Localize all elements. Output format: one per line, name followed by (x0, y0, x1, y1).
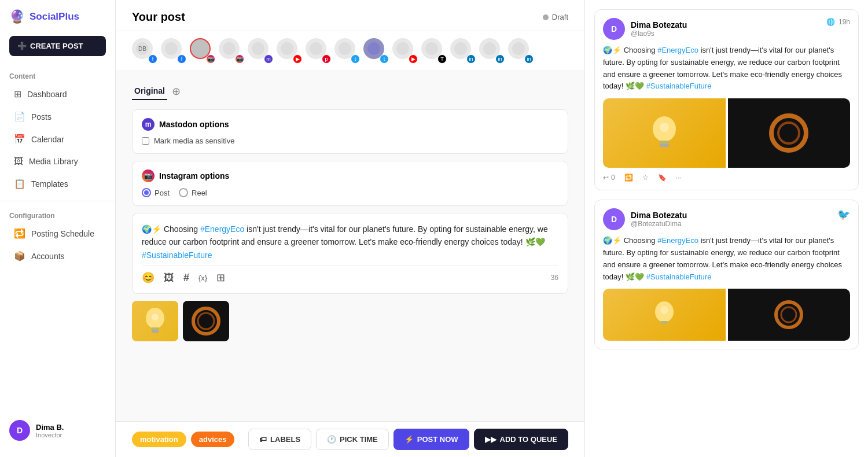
bottom-bar: motivation advices 🏷 LABELS 🕐 PICK TIME … (116, 421, 584, 457)
tab-original[interactable]: Original (132, 83, 167, 100)
configuration-section-label: Configuration (0, 207, 115, 222)
page-title: Your post (132, 10, 185, 24)
account-avatar-twitter-2[interactable]: t (363, 38, 389, 64)
retweet-action[interactable]: 🔁 (624, 174, 633, 182)
logo-icon: 🔮 (9, 9, 25, 24)
platform-badge: t (380, 54, 389, 64)
reply-icon: ↩ (603, 174, 609, 182)
instagram-platform-icon: 📷 (142, 169, 155, 182)
svg-text:DB: DB (138, 46, 146, 52)
account-avatar-fb-2[interactable]: f (161, 38, 186, 64)
hashtag-button[interactable]: # (183, 272, 189, 284)
reel-radio[interactable] (179, 188, 188, 197)
labels-button[interactable]: 🏷 LABELS (248, 429, 311, 450)
twitter-user-text: Dima Botezatu @BotezatuDima (631, 211, 687, 228)
post-toolbar: 😊 🖼 # {x} ⊞ 36 (142, 265, 558, 284)
sidebar-item-posts[interactable]: 📄 Posts (5, 105, 111, 128)
calendar-icon: 📅 (14, 134, 25, 145)
sidebar-item-templates[interactable]: 📋 Templates (5, 172, 111, 195)
account-avatar-tiktok[interactable]: T (421, 38, 447, 64)
twitter-preview-card: D Dima Botezatu @BotezatuDima 🐦 🌍⚡ Choos… (594, 200, 859, 349)
dashboard-icon: ⊞ (14, 89, 21, 99)
emoji-picker-button[interactable]: 😊 (142, 271, 155, 284)
media-thumb-bulb[interactable] (132, 301, 178, 341)
twitter-preview-header: D Dima Botezatu @BotezatuDima 🐦 (603, 208, 850, 230)
tag-motivation[interactable]: motivation (132, 432, 186, 447)
add-tab-button[interactable]: ⊕ (172, 85, 181, 98)
post-hashtag2: #SustainableFuture (142, 250, 212, 260)
main-body: Original ⊕ m Mastodon options Mark media… (116, 71, 584, 421)
mastodon-sensitive-row[interactable]: Mark media as sensitive (142, 137, 558, 145)
user-info: Dima B. Inovector (36, 423, 64, 438)
grid-button[interactable]: ⊞ (216, 271, 225, 284)
mastodon-sensitive-checkbox[interactable] (142, 137, 149, 145)
account-avatar-ig-active[interactable]: 📷 (190, 38, 215, 64)
logo-text: SocialPlus (30, 11, 79, 23)
retweet-icon: 🔁 (624, 174, 633, 182)
post-hashtag1: #EnergyEco (200, 224, 244, 234)
svg-point-9 (367, 42, 380, 55)
sidebar-item-dashboard[interactable]: ⊞ Dashboard (5, 83, 111, 105)
instagram-post-option[interactable]: Post (142, 188, 170, 197)
post-now-button[interactable]: ⚡ POST NOW (393, 429, 469, 450)
twitter-text-prefix: Choosing (624, 236, 658, 245)
sidebar-item-label: Posts (31, 112, 52, 121)
mastodon-hashtag1: #EnergyEco (657, 46, 698, 54)
plus-icon: ➕ (17, 42, 27, 50)
twitter-preview-img-right (728, 289, 851, 341)
sidebar: 🔮 SocialPlus ➕ CREATE POST Content ⊞ Das… (0, 0, 116, 457)
svg-point-20 (198, 313, 214, 329)
mastodon-time: 19h (838, 18, 850, 26)
account-avatar-pinterest[interactable]: p (306, 38, 331, 64)
twitter-user-info: D Dima Botezatu @BotezatuDima (603, 208, 687, 230)
account-avatar-mastodon[interactable]: m (248, 38, 273, 64)
add-to-queue-button[interactable]: ▶▶ ADD TO QUEUE (474, 429, 568, 450)
sidebar-item-calendar[interactable]: 📅 Calendar (5, 128, 111, 150)
account-avatar-twitter-1[interactable]: t (334, 38, 360, 64)
tag-advices[interactable]: advices (191, 432, 235, 447)
account-avatar-yt[interactable]: ▶ (277, 38, 302, 64)
svg-rect-23 (660, 144, 669, 147)
account-avatar-yt-2[interactable]: ▶ (392, 38, 418, 64)
sidebar-item-posting-schedule[interactable]: 🔁 Posting Schedule (5, 222, 111, 245)
twitter-avatar: D (603, 208, 625, 230)
platform-badge: in (495, 54, 505, 64)
media-thumb-ring[interactable] (183, 301, 229, 341)
account-avatar-ig-2[interactable]: 📷 (219, 38, 244, 64)
templates-icon: 📋 (14, 178, 25, 189)
account-avatar-linkedin-2[interactable]: in (479, 38, 505, 64)
account-avatar-fb-1[interactable]: DB f (132, 38, 157, 64)
mastodon-preview-img-right (728, 98, 851, 168)
sidebar-item-accounts[interactable]: 📦 Accounts (5, 245, 111, 267)
svg-rect-8 (339, 42, 351, 55)
svg-rect-5 (252, 42, 264, 55)
post-content-box[interactable]: 🌍⚡ Choosing #EnergyEco isn't just trendy… (132, 213, 568, 294)
mastodon-preview-img-left (603, 98, 726, 168)
twitter-hashtag1: #EnergyEco (657, 236, 698, 245)
instagram-options-header: 📷 Instagram options (142, 169, 558, 182)
svg-rect-6 (281, 42, 293, 55)
create-post-button[interactable]: ➕ CREATE POST (9, 36, 106, 56)
account-avatar-linkedin-1[interactable]: in (450, 38, 476, 64)
svg-point-26 (778, 123, 799, 143)
svg-rect-16 (151, 327, 159, 330)
post-radio[interactable] (142, 188, 151, 197)
more-action[interactable]: ··· (676, 174, 682, 182)
svg-point-31 (781, 307, 796, 322)
variable-button[interactable]: {x} (198, 274, 207, 282)
twitter-user-name: Dima Botezatu (631, 211, 687, 220)
svg-rect-10 (396, 42, 409, 55)
account-avatar-linkedin-3[interactable]: in (508, 38, 534, 64)
instagram-reel-option[interactable]: Reel (179, 188, 207, 197)
bookmark-action[interactable]: 🔖 (658, 174, 667, 182)
svg-rect-11 (425, 42, 438, 55)
sidebar-item-label: Calendar (31, 135, 64, 144)
tabs-row: Original ⊕ (132, 83, 568, 100)
right-preview-panel: D Dima Botezatu @lao9s 🌐 19h 🌍⚡ Choosing… (584, 0, 868, 457)
sidebar-item-media-library[interactable]: 🖼 Media Library (5, 150, 111, 172)
like-action[interactable]: ☆ (642, 174, 649, 182)
image-upload-button[interactable]: 🖼 (164, 272, 174, 284)
pick-time-button[interactable]: 🕐 PICK TIME (316, 429, 389, 450)
reply-action[interactable]: ↩ 0 (603, 174, 615, 182)
instagram-type-row: Post Reel (142, 188, 558, 197)
